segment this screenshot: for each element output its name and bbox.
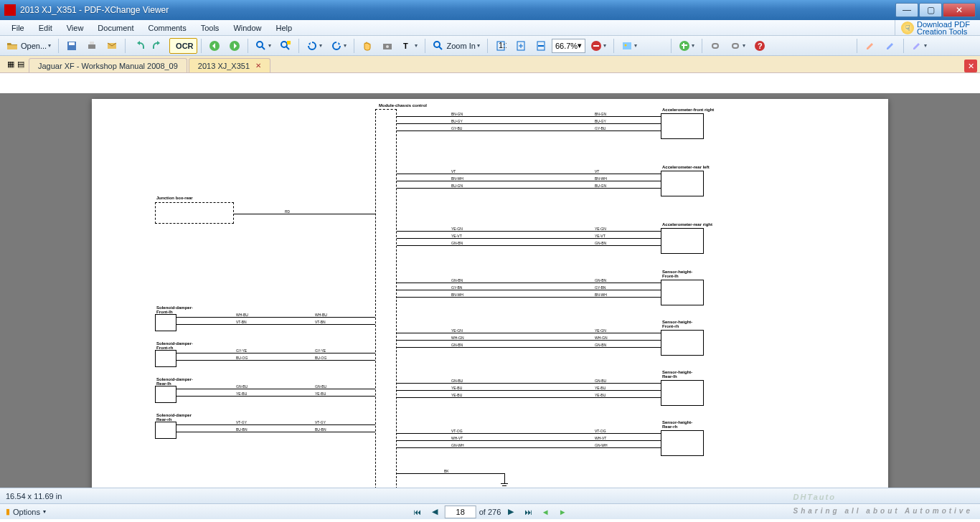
wire-label: GN-BN [451, 241, 463, 245]
nav-forward-button[interactable] [225, 38, 244, 54]
next-page-button[interactable]: ▶ [504, 506, 518, 518]
redo-button[interactable] [149, 38, 168, 54]
minimize-button[interactable]: — [895, 3, 918, 17]
close-button[interactable]: ✕ [943, 3, 976, 17]
wire-label: YE-GN [451, 227, 463, 231]
maximize-button[interactable]: ▢ [919, 3, 942, 17]
box-sh-rl [661, 380, 704, 406]
page-navigation: ⏮ ◀ of 276 ▶ ⏭ ◄ ► [410, 506, 570, 518]
wire-label: BU-OG [235, 356, 248, 360]
fit-page-button[interactable] [512, 38, 530, 54]
wire-label: BU-GY [451, 119, 463, 123]
rotate-ccw-button[interactable] [303, 38, 326, 54]
nav-back-history[interactable]: ◄ [538, 506, 552, 518]
zoom-out-button[interactable] [587, 38, 610, 54]
bookmarks-icon[interactable]: ▤ [17, 60, 24, 69]
wire-label: YE-VT [451, 234, 463, 238]
page-number-field[interactable] [445, 506, 476, 518]
wire [176, 317, 375, 318]
wire-label: WH-GN [594, 336, 608, 340]
hand-tool-button[interactable] [358, 38, 377, 54]
find-button[interactable] [252, 38, 275, 54]
wire-label: GN-BU [594, 379, 607, 383]
zoom-tool-button[interactable]: Zoom In [429, 38, 484, 54]
menu-comments[interactable]: Comments [141, 22, 194, 34]
tab-2013-xj[interactable]: 2013 XJ_X351✕ [189, 58, 270, 72]
wire-label: VT-OG [451, 429, 463, 433]
toolbar-main: Open... OCR T Zoom In 1:1 66.7% ▾ ? [0, 36, 980, 56]
wire-label: VT [594, 169, 600, 174]
wire [397, 390, 661, 391]
svg-rect-2 [88, 44, 95, 49]
document-viewport[interactable]: Module-chassis control Junction box-rear… [0, 93, 980, 488]
wire-label: GY-BU [594, 126, 606, 130]
menu-view[interactable]: View [60, 22, 91, 34]
email-button[interactable] [103, 38, 121, 54]
prev-page-button[interactable]: ◀ [428, 506, 442, 518]
wire-label: GN-BN [594, 343, 607, 347]
ocr-button[interactable]: OCR [169, 38, 197, 54]
strikeout-tool-button[interactable] [881, 38, 900, 54]
wire-label: GN-BU [314, 384, 327, 389]
actual-size-button[interactable]: 1:1 [491, 38, 510, 54]
svg-point-7 [257, 42, 263, 47]
thumbnails-icon[interactable]: ▦ [7, 60, 14, 69]
wire [397, 347, 661, 348]
wire [397, 130, 661, 131]
wire [176, 324, 375, 325]
tab-jaguar-xf[interactable]: Jaguar XF - Workshop Manual 2008_09 [29, 58, 187, 72]
menu-tools[interactable]: Tools [194, 22, 227, 34]
last-page-button[interactable]: ⏭ [521, 506, 535, 518]
box-sol-fl [155, 314, 176, 331]
options-flag-icon: ▮ [6, 507, 10, 516]
wire-label: GY-YE [235, 348, 248, 353]
menu-document[interactable]: Document [90, 22, 141, 34]
menu-edit[interactable]: Edit [32, 22, 60, 34]
menu-file[interactable]: File [4, 22, 32, 34]
svg-point-11 [386, 45, 389, 48]
fit-width-button[interactable] [532, 38, 550, 54]
wire-label: GN-BN [451, 278, 463, 283]
page-dimensions: 16.54 x 11.69 in [6, 492, 62, 500]
open-button[interactable]: Open... [3, 38, 55, 54]
nav-fwd-history[interactable]: ► [555, 506, 570, 518]
wire-label: WH-BU [235, 313, 249, 317]
wire-label: BU-BN [235, 427, 248, 432]
box-sol-fr [155, 350, 176, 367]
zoom-in-button[interactable] [675, 38, 698, 54]
help-button[interactable]: ? [750, 38, 769, 54]
tab-close-icon[interactable]: ✕ [255, 62, 261, 70]
promo-download-pdf[interactable]: ☟ Download PDFCreation Tools [895, 20, 976, 35]
undo-button[interactable] [129, 38, 148, 54]
label-sol-fr: Solenoid-damper- Front-rh [156, 341, 193, 350]
snapshot-button[interactable] [378, 38, 397, 54]
select-tool-button[interactable]: T [398, 38, 421, 54]
title-bar: 2013 XJ_X351 - PDF-XChange Viewer — ▢ ✕ [0, 0, 980, 20]
wire-label: YE-BU [451, 386, 463, 390]
print-button[interactable] [83, 38, 101, 54]
close-all-tabs-button[interactable]: ✕ [964, 60, 977, 72]
status-bar-dims: 16.54 x 11.69 in [0, 488, 980, 503]
link-tool-button[interactable] [706, 38, 725, 54]
label-acc-fr: Accelerometer-front right [662, 108, 714, 112]
hand-cursor-icon: ☟ [901, 22, 914, 34]
zoom-level-field[interactable]: 66.7% ▾ [552, 39, 585, 53]
link-tool2-button[interactable] [726, 38, 749, 54]
first-page-button[interactable]: ⏮ [410, 506, 425, 518]
options-button[interactable]: Options [13, 508, 40, 516]
menu-help[interactable]: Help [269, 22, 300, 34]
label-sol-fl: Solenoid-damper- Front-lh [156, 305, 193, 314]
nav-back-button[interactable] [205, 38, 224, 54]
search-button[interactable] [276, 38, 295, 54]
highlight-tool-button[interactable] [861, 38, 880, 54]
box-sh-fl [661, 280, 704, 305]
label-junction-box: Junction box-rear [156, 196, 193, 200]
wire [176, 396, 375, 397]
wire [397, 440, 661, 441]
wire [397, 290, 661, 290]
menu-window[interactable]: Window [226, 22, 268, 34]
export-image-button[interactable] [618, 38, 641, 54]
save-button[interactable] [62, 38, 81, 54]
underline-tool-button[interactable] [908, 38, 930, 54]
rotate-cw-button[interactable] [327, 38, 350, 54]
